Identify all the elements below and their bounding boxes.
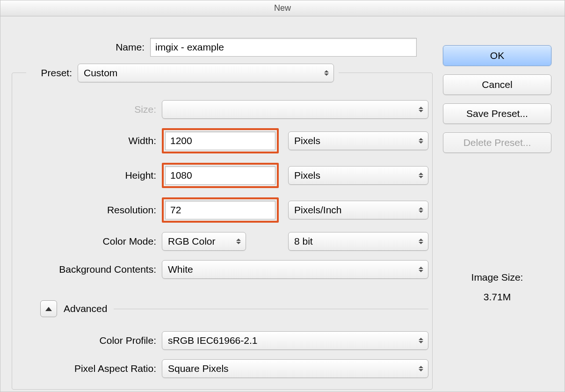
name-input[interactable] [150,38,417,57]
dialog-titlebar: New [0,0,565,16]
resolution-label: Resolution: [22,204,162,216]
color-mode-popup[interactable]: RGB Color [162,232,246,251]
chevron-up-down-icon [324,70,330,76]
cancel-button[interactable]: Cancel [443,74,551,95]
color-mode-value: RGB Color [168,236,216,247]
width-unit-value: Pixels [294,135,320,146]
chevron-up-down-icon [419,138,424,144]
chevron-up-down-icon [419,173,424,178]
image-size-label: Image Size: [443,272,551,283]
advanced-disclosure-button[interactable] [40,300,57,317]
size-popup [162,100,428,119]
color-profile-label: Color Profile: [22,335,162,346]
color-profile-value: sRGB IEC61966-2.1 [168,335,257,346]
name-label: Name: [12,42,150,53]
color-mode-label: Color Mode: [22,236,162,247]
preset-value: Custom [84,67,117,79]
height-label: Height: [22,170,162,181]
bit-depth-value: 8 bit [294,236,313,247]
width-label: Width: [22,135,162,146]
chevron-up-down-icon [419,207,424,213]
advanced-label: Advanced [64,303,107,314]
divider [114,309,428,309]
height-input[interactable] [165,166,275,185]
bg-contents-popup[interactable]: White [162,260,428,279]
height-unit-value: Pixels [294,170,320,181]
width-highlight [162,128,279,153]
dialog-title: New [274,3,291,13]
settings-fieldset: Preset: Custom Size: Width: [12,73,433,390]
color-profile-popup[interactable]: sRGB IEC61966-2.1 [162,331,428,350]
chevron-up-down-icon [419,107,424,112]
chevron-up-down-icon [419,338,424,343]
width-unit-popup[interactable]: Pixels [288,131,428,150]
save-preset-label: Save Preset... [466,108,528,119]
bit-depth-popup[interactable]: 8 bit [288,232,428,251]
pixel-aspect-ratio-value: Square Pixels [168,363,229,374]
new-document-dialog: New OK Cancel Save Preset... Delete Pres… [0,0,565,392]
delete-preset-label: Delete Preset... [464,137,531,148]
chevron-up-down-icon [419,366,424,371]
chevron-up-down-icon [236,239,242,244]
resolution-input[interactable] [165,201,275,219]
resolution-unit-popup[interactable]: Pixels/Inch [288,201,428,219]
size-label: Size: [22,104,162,115]
height-highlight [162,163,279,188]
bg-contents-label: Background Contents: [22,264,162,275]
resolution-highlight [162,197,279,223]
preset-popup[interactable]: Custom [78,64,334,82]
ok-button[interactable]: OK [443,45,551,66]
cancel-button-label: Cancel [482,79,512,90]
preset-label: Preset: [31,67,78,79]
width-input[interactable] [165,131,275,150]
bg-contents-value: White [168,264,193,275]
pixel-aspect-ratio-popup[interactable]: Square Pixels [162,359,428,378]
ok-button-label: OK [490,50,504,61]
chevron-up-down-icon [419,239,424,244]
chevron-up-down-icon [419,267,424,272]
resolution-unit-value: Pixels/Inch [294,204,342,216]
image-size-readout: Image Size: 3.71M [443,272,551,303]
save-preset-button[interactable]: Save Preset... [443,103,551,124]
triangle-up-icon [45,307,52,311]
pixel-aspect-ratio-label: Pixel Aspect Ratio: [22,363,162,374]
delete-preset-button: Delete Preset... [443,132,551,153]
image-size-value: 3.71M [443,291,551,303]
height-unit-popup[interactable]: Pixels [288,166,428,185]
